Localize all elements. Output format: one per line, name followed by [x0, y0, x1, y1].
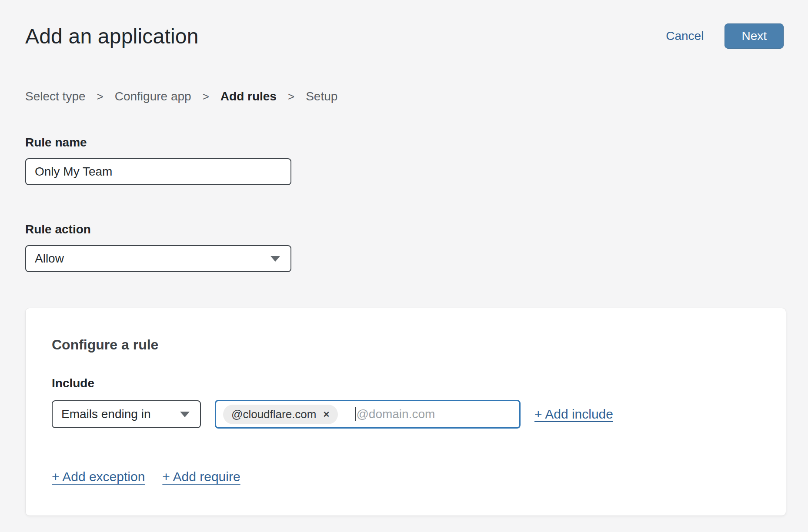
header-actions: Cancel Next: [666, 23, 784, 49]
include-label: Include: [52, 376, 760, 390]
rule-name-label: Rule name: [25, 136, 784, 150]
rule-extra-links: + Add exception + Add require: [52, 469, 760, 484]
include-selector[interactable]: Emails ending in: [52, 400, 201, 428]
page-header: Add an application Cancel Next: [25, 23, 784, 49]
rule-action-value: Allow: [35, 252, 64, 266]
email-domain-input[interactable]: @cloudflare.com ✕ @domain.com: [215, 400, 521, 429]
email-tag: @cloudflare.com ✕: [223, 405, 338, 424]
remove-tag-icon[interactable]: ✕: [323, 409, 330, 419]
rule-action-section: Rule action Allow: [25, 223, 784, 272]
breadcrumb-step-add-rules: Add rules: [220, 90, 277, 103]
page-title: Add an application: [25, 24, 199, 48]
breadcrumb-step-configure-app[interactable]: Configure app: [115, 90, 191, 103]
breadcrumb-step-select-type[interactable]: Select type: [25, 90, 86, 103]
chevron-down-icon: [180, 412, 190, 417]
add-exception-link[interactable]: + Add exception: [52, 469, 145, 484]
breadcrumb-separator: >: [97, 90, 104, 103]
configure-rule-title: Configure a rule: [52, 337, 760, 353]
breadcrumb-separator: >: [203, 90, 209, 103]
include-selector-value: Emails ending in: [61, 407, 150, 421]
rule-action-select[interactable]: Allow: [25, 245, 291, 272]
rule-name-input[interactable]: [25, 158, 291, 185]
add-include-link[interactable]: + Add include: [534, 407, 613, 422]
email-tag-label: @cloudflare.com: [231, 408, 316, 421]
rule-name-section: Rule name: [25, 136, 784, 185]
page-container: Add an application Cancel Next Select ty…: [0, 0, 808, 516]
email-input-placeholder: @domain.com: [356, 407, 435, 421]
text-cursor: [355, 407, 356, 421]
breadcrumb-step-setup[interactable]: Setup: [306, 90, 337, 103]
include-rule-row: Emails ending in @cloudflare.com ✕ @doma…: [52, 400, 760, 429]
add-require-link[interactable]: + Add require: [162, 469, 240, 484]
next-button[interactable]: Next: [725, 23, 784, 49]
rule-action-label: Rule action: [25, 223, 784, 236]
configure-rule-card: Configure a rule Include Emails ending i…: [25, 308, 786, 516]
breadcrumb: Select type > Configure app > Add rules …: [25, 90, 784, 103]
chevron-down-icon: [270, 256, 280, 262]
cancel-button[interactable]: Cancel: [666, 29, 704, 43]
breadcrumb-separator: >: [288, 90, 294, 103]
